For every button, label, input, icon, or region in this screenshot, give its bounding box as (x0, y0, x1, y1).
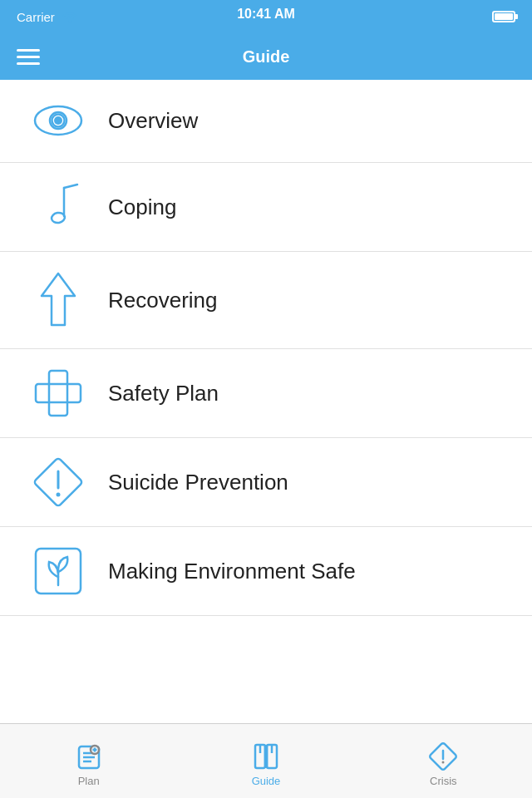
eye-icon (29, 98, 87, 144)
menu-scroll-area[interactable]: Overview Coping Recovering (0, 80, 532, 723)
menu-item-safety-plan[interactable]: Safety Plan (0, 349, 532, 438)
coping-icon-container (25, 178, 91, 236)
svg-point-6 (51, 212, 66, 224)
svg-point-11 (57, 493, 61, 497)
overview-label: Overview (108, 108, 198, 134)
suicide-prevention-icon-container (25, 453, 91, 511)
tab-bar: Plan Guide (0, 723, 532, 798)
making-environment-safe-icon-container (25, 542, 91, 600)
safety-plan-label: Safety Plan (108, 381, 219, 406)
status-bar-left: Carrier (17, 10, 78, 24)
menu-item-coping[interactable]: Coping (0, 163, 532, 252)
status-bar: Carrier 10:41 AM (0, 0, 532, 33)
tab-guide-label: Guide (252, 775, 281, 787)
tab-crisis-icon (428, 741, 458, 771)
menu-list: Overview Coping Recovering (0, 80, 532, 616)
carrier-label: Carrier (17, 10, 55, 24)
arrow-up-icon (29, 267, 87, 333)
cross-icon (29, 364, 87, 422)
suicide-prevention-label: Suicide Prevention (108, 470, 288, 495)
svg-point-29 (442, 761, 445, 764)
hamburger-menu-button[interactable] (17, 49, 40, 65)
tab-guide-icon (251, 741, 281, 771)
coping-label: Coping (108, 195, 176, 220)
plant-icon (29, 542, 87, 600)
tab-plan[interactable]: Plan (0, 735, 177, 787)
svg-rect-8 (36, 384, 81, 402)
overview-icon-container (25, 98, 91, 144)
menu-item-suicide-prevention[interactable]: Suicide Prevention (0, 438, 532, 527)
nav-title: Guide (243, 47, 290, 66)
recovering-label: Recovering (108, 288, 218, 313)
tab-plan-icon (74, 741, 104, 771)
tab-crisis-label: Crisis (430, 775, 457, 787)
svg-point-2 (54, 116, 62, 125)
status-time: 10:41 AM (237, 7, 295, 22)
battery-icon (492, 11, 515, 22)
menu-item-making-environment-safe[interactable]: Making Environment Safe (0, 527, 532, 616)
making-environment-safe-label: Making Environment Safe (108, 559, 356, 584)
tab-crisis[interactable]: Crisis (355, 735, 532, 787)
svg-line-5 (64, 185, 77, 188)
wifi-icon (62, 11, 78, 23)
tab-plan-label: Plan (78, 775, 100, 787)
menu-item-overview[interactable]: Overview (0, 80, 532, 163)
music-icon (29, 178, 87, 236)
safety-plan-icon-container (25, 364, 91, 422)
nav-bar: Guide (0, 33, 532, 80)
svg-rect-7 (49, 371, 67, 416)
warning-diamond-icon (29, 453, 87, 511)
status-bar-right (492, 11, 515, 22)
recovering-icon-container (25, 267, 91, 333)
tab-guide[interactable]: Guide (177, 735, 354, 787)
menu-item-recovering[interactable]: Recovering (0, 252, 532, 349)
